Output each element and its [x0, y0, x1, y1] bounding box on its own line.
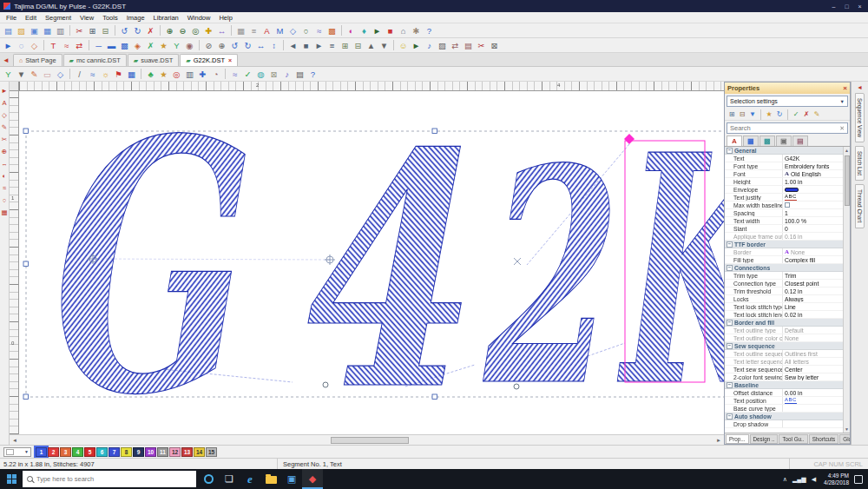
property-value-text-width[interactable]: 100.0 % [782, 217, 843, 224]
edge-icon[interactable]: e [240, 469, 260, 489]
magnet-icon[interactable]: ◔ [210, 68, 222, 80]
property-value-text[interactable]: G42K [782, 155, 843, 162]
target-icon[interactable]: ◎ [171, 68, 183, 80]
thread-color-5[interactable]: 5 [84, 447, 95, 457]
open-file-icon[interactable]: ▨ [16, 24, 28, 36]
apply-settings-icon[interactable]: ✓ [791, 109, 801, 120]
store-icon[interactable]: ▣ [281, 469, 302, 489]
pin-icon[interactable]: ✚ [197, 68, 209, 80]
thread-color-1[interactable]: 1 [36, 447, 47, 457]
edit-recipe-icon[interactable]: ✎ [812, 109, 822, 120]
check-icon[interactable]: ✓ [242, 68, 254, 80]
property-value-text-lock-stitch-leng[interactable]: 0.02 in [782, 311, 843, 318]
thread-color-15[interactable]: 15 [206, 447, 217, 457]
tray-expand-icon[interactable]: ∧ [780, 476, 790, 483]
collapse-icon[interactable]: − [727, 265, 733, 271]
properties-scrollbar[interactable]: ▲ ▼ [843, 147, 850, 433]
letter-object-4[interactable]: K [609, 91, 724, 434]
property-section-sew-sequence[interactable]: −Sew sequence [725, 342, 843, 350]
menu-segment[interactable]: Segment [41, 14, 76, 22]
text-insert-icon[interactable]: A [0, 96, 10, 109]
zoom-fit-icon[interactable]: ◎ [190, 24, 202, 36]
collapse-icon[interactable]: − [727, 241, 733, 248]
start-button[interactable] [0, 469, 23, 489]
flag-icon[interactable]: ⚑ [113, 68, 125, 80]
design-canvas[interactable]: G 4 2 K [19, 91, 724, 434]
new-file-icon[interactable]: ▤ [3, 24, 15, 36]
property-value-max-width-baseline[interactable] [782, 202, 843, 208]
ruler-icon[interactable]: ≡ [248, 24, 260, 36]
stitch-player-icon[interactable]: ♪ [424, 39, 436, 51]
scissors-tool-icon[interactable]: ✂ [0, 133, 10, 145]
property-value-text-lock-stitch-type[interactable]: Line [782, 303, 843, 310]
property-value-spacing[interactable]: 1 [782, 209, 843, 216]
tab-g22k-dst[interactable]: ▰G22K.DST× [180, 54, 238, 66]
tab-start-page[interactable]: ⌂Start Page [13, 54, 62, 66]
menu-help[interactable]: Help [214, 14, 236, 22]
question-icon[interactable]: ? [307, 68, 319, 80]
paste-icon[interactable]: ⊟ [100, 24, 112, 36]
zoom-out-icon[interactable]: ⊖ [177, 24, 189, 36]
property-section-connections[interactable]: −Connections [725, 264, 843, 272]
auto-hide-pin-icon[interactable]: ◄ [857, 84, 863, 90]
collapse-icon[interactable]: − [727, 413, 733, 420]
lasso-select-icon[interactable]: ◌ [16, 39, 28, 51]
help-icon[interactable]: ? [424, 24, 436, 36]
letter-object-3[interactable]: 2 [470, 104, 614, 434]
property-value-trim-type[interactable]: Trim [782, 272, 843, 279]
branch-icon[interactable]: Y [171, 39, 183, 51]
action-center-icon[interactable] [854, 475, 863, 484]
fill-category-tab[interactable]: ▩ [760, 135, 775, 146]
property-section-auto-shadow[interactable]: −Auto shadow [725, 413, 843, 420]
thread-color-2[interactable]: 2 [48, 447, 59, 457]
settings-scope-dropdown[interactable]: Selection settings ▼ [727, 96, 848, 107]
align-right-icon[interactable]: ► [313, 39, 326, 51]
favorites-icon[interactable]: ★ [764, 109, 774, 120]
thread-color-4[interactable]: 4 [72, 447, 83, 457]
menu-tools[interactable]: Tools [98, 14, 122, 22]
align-center-icon[interactable]: ■ [300, 39, 312, 51]
cross-stitch-icon[interactable]: ✗ [145, 39, 157, 51]
minimize-button[interactable]: – [827, 1, 840, 11]
tab-close-icon[interactable]: × [228, 57, 232, 63]
property-value-base-curve-type[interactable] [782, 405, 843, 412]
note-icon[interactable]: ♪ [281, 68, 293, 80]
panel-tab-tool-gu[interactable]: Tool Gu.. [779, 434, 807, 444]
property-value-fill-type[interactable]: Complex fill [782, 256, 843, 263]
property-value-text-justify[interactable]: ABC [782, 194, 843, 201]
density-icon[interactable]: ▨ [437, 39, 449, 51]
lock-icon[interactable]: ⊠ [268, 68, 280, 80]
machine-category-tab[interactable]: ▣ [776, 135, 792, 146]
settings-icon[interactable]: ✱ [411, 24, 423, 36]
eraser-icon[interactable]: ▭ [42, 68, 54, 80]
lock-stitch-icon[interactable]: ⊠ [489, 39, 501, 51]
color-tool-icon[interactable]: ◐ [0, 169, 10, 182]
text-category-tab[interactable]: A [727, 135, 742, 146]
volume-icon[interactable]: ◀ [809, 476, 819, 483]
shape-insert-icon[interactable]: ◇ [0, 109, 10, 121]
stop-icon[interactable]: ■ [385, 24, 397, 36]
thread-color-13[interactable]: 13 [181, 447, 193, 457]
weld-icon[interactable]: ⊕ [216, 39, 228, 51]
properties-panel-header[interactable]: Properties × [725, 83, 850, 94]
zoom-in-icon[interactable]: ⊕ [164, 24, 176, 36]
clear-search-icon[interactable]: ✕ [837, 125, 847, 132]
thread-palette-dropdown[interactable]: ▼ [3, 447, 31, 457]
node-tool-icon[interactable]: ○ [0, 194, 10, 206]
property-value-text-sew-sequence[interactable]: Center [782, 366, 843, 373]
select-arrow-icon[interactable]: ► [3, 39, 15, 51]
menu-file[interactable]: File [2, 14, 21, 22]
fill-tool-icon[interactable]: ▩ [326, 24, 339, 36]
remove-overlap-icon[interactable]: ⊘ [203, 39, 215, 51]
summary-category-tab[interactable]: ▤ [792, 135, 808, 146]
collapse-icon[interactable]: − [727, 320, 733, 326]
side-tab-stitch-list[interactable]: Stitch List [855, 146, 865, 181]
property-value-locks[interactable]: Always [782, 295, 843, 302]
outline-category-tab[interactable]: ▦ [743, 135, 759, 146]
rotate-left-icon[interactable]: ↺ [229, 39, 241, 51]
chart-icon[interactable]: ▥ [184, 68, 196, 80]
shape-tool-icon[interactable]: ○ [300, 24, 312, 36]
property-section-ttf-border[interactable]: −TTF border [725, 241, 843, 248]
property-value-text-outline-type[interactable]: Default [782, 327, 843, 334]
side-tab-thread-chart[interactable]: Thread Chart [855, 184, 865, 228]
